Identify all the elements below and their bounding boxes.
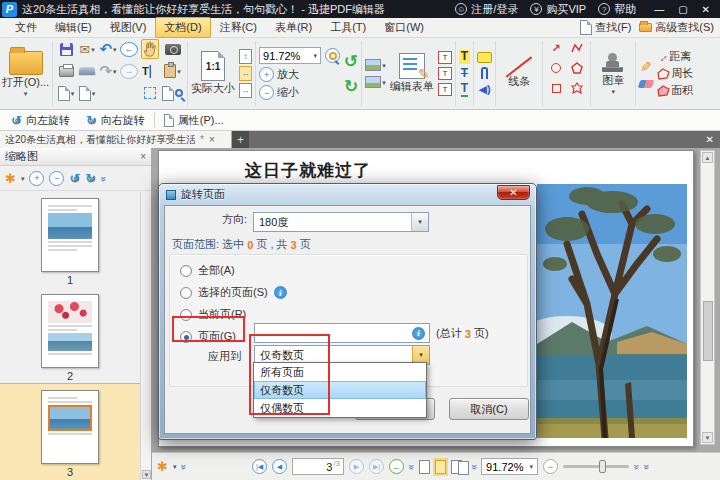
sidebar-close-icon[interactable]: × xyxy=(140,151,146,162)
sound-speaker-button[interactable]: ◀) xyxy=(479,83,491,96)
save-button[interactable] xyxy=(57,43,75,56)
dropdown-option-odd-pages[interactable]: 仅奇数页 xyxy=(254,381,426,399)
advanced-find-button[interactable]: 高级查找(S) xyxy=(639,20,714,35)
menu-tools[interactable]: 工具(T) xyxy=(321,17,375,38)
measure-area-button[interactable]: 面积 xyxy=(657,83,693,98)
menu-document[interactable]: 文档(D) xyxy=(155,17,210,38)
maximize-button[interactable]: ▢ xyxy=(678,4,687,15)
page-back-button[interactable]: ← xyxy=(120,42,138,57)
attachment-paperclip-button[interactable] xyxy=(481,67,488,79)
rotate-left-button[interactable]: ↺90 向左旋转 xyxy=(4,112,77,129)
thumbnail-page-2[interactable]: 2 xyxy=(0,288,140,384)
rotate-view-left-button[interactable]: ↺ xyxy=(344,51,358,72)
zoom-slider[interactable] xyxy=(563,465,629,468)
cancel-button[interactable]: 取消(C) xyxy=(449,398,529,420)
pages-input[interactable]: i xyxy=(254,323,430,343)
undo-button[interactable]: ↶▾ xyxy=(99,40,117,58)
scan-button[interactable] xyxy=(78,67,96,75)
dialog-title-bar[interactable]: 旋转页面 xyxy=(159,184,536,205)
close-button[interactable]: ✕ xyxy=(702,4,710,15)
thumbnail-rotate-left-icon[interactable]: ↺90 xyxy=(69,172,80,185)
dialog-close-button[interactable]: ✕ xyxy=(497,185,530,200)
single-page-button[interactable] xyxy=(419,460,430,474)
pencil-tool-button[interactable]: ✎ xyxy=(640,59,652,75)
marquee-zoom-button[interactable] xyxy=(325,48,340,63)
thumbnail-zoom-out-button[interactable]: − xyxy=(49,171,64,186)
direction-dropdown-arrow-icon[interactable]: ▾ xyxy=(411,213,428,231)
dropdown-option-even-pages[interactable]: 仅偶数页 xyxy=(254,399,426,417)
thumbnail-zoom-in-button[interactable]: + xyxy=(29,171,44,186)
direction-combobox[interactable]: 180度 ▾ xyxy=(253,212,429,232)
status-more-chevron-icon[interactable]: » xyxy=(178,464,189,469)
dropdown-option-all-pages[interactable]: 所有页面 xyxy=(254,363,426,381)
find-button[interactable]: 查找(F) xyxy=(580,20,631,35)
last-page-button[interactable]: ▶| xyxy=(369,459,384,474)
new-tab-button[interactable]: + xyxy=(232,131,249,148)
thumbnail-page-3[interactable]: 3 xyxy=(0,384,140,480)
radio-selected-icon[interactable] xyxy=(180,287,192,299)
redo-button[interactable]: ↷▾ xyxy=(99,62,117,80)
select-text-button[interactable]: T▏ xyxy=(141,65,159,78)
minimize-button[interactable]: — xyxy=(654,4,664,15)
strikethrough-text-button[interactable]: T xyxy=(461,66,468,80)
sidebar-more-chevron-icon[interactable]: » xyxy=(98,176,109,181)
menu-form[interactable]: 表单(R) xyxy=(266,17,321,38)
menu-view[interactable]: 视图(V) xyxy=(101,17,156,38)
zoom-in-button[interactable]: + 放大 xyxy=(259,67,299,82)
document-scrollbar[interactable]: ▲ ▼ xyxy=(700,150,715,445)
comment-balloon-button[interactable] xyxy=(477,52,492,63)
scroll-down-icon[interactable]: ▼ xyxy=(702,432,713,443)
radio-current-icon[interactable] xyxy=(180,309,192,321)
text-field-button[interactable]: T xyxy=(438,51,452,64)
document-tab[interactable]: 这20条生活真相，看懂能让你好好享受生活，句句.. * × xyxy=(0,131,232,148)
underline-text-button[interactable]: T xyxy=(461,82,468,97)
help-button[interactable]: ? 帮助 xyxy=(598,2,636,17)
polyline-shape-button[interactable] xyxy=(568,42,586,54)
add-image-button[interactable]: ▾ xyxy=(365,76,386,88)
text-box-button[interactable]: T xyxy=(438,67,452,80)
pentagon-shape-button[interactable] xyxy=(568,62,586,74)
buy-vip-button[interactable]: ¥ 购买VIP xyxy=(530,2,586,17)
rotate-right-button[interactable]: ↻90 向右旋转 xyxy=(79,112,152,129)
status-zoom-combobox[interactable]: 91.72% ▾ xyxy=(481,458,538,475)
page-forward-button[interactable]: → xyxy=(120,64,138,79)
stamp-tool-button[interactable]: 图章 ▾ xyxy=(592,38,634,109)
fit-width-button[interactable]: ↔ xyxy=(239,66,252,81)
edit-image-button[interactable]: ▾ xyxy=(365,59,386,71)
select-object-button[interactable] xyxy=(141,87,159,99)
measure-distance-button[interactable]: ↔距离 xyxy=(657,49,691,64)
radio-all-icon[interactable] xyxy=(180,265,192,277)
first-page-button[interactable]: |◀ xyxy=(252,459,267,474)
print-button[interactable] xyxy=(57,66,75,77)
tabbar-close-icon[interactable]: ✕ xyxy=(700,131,720,148)
radio-pages-icon[interactable] xyxy=(180,331,192,343)
clipboard-button[interactable]: ▾ xyxy=(164,64,182,78)
menu-edit[interactable]: 编辑(E) xyxy=(46,17,101,38)
radio-pages[interactable]: 页面(G) xyxy=(180,329,236,344)
zoom-out-button[interactable]: − 缩小 xyxy=(259,85,299,100)
two-page-button[interactable] xyxy=(451,460,467,473)
tab-close-icon[interactable]: × xyxy=(209,134,215,145)
fit-visible-button[interactable]: ↔ xyxy=(239,83,252,98)
fit-page-button[interactable]: ↕ xyxy=(239,49,252,64)
line-tool-button[interactable]: 线条 xyxy=(497,38,541,109)
previous-page-button[interactable]: ◀ xyxy=(272,459,287,474)
new-page-button[interactable]: ▾ xyxy=(78,86,96,101)
email-button[interactable]: ✉▾ xyxy=(78,42,96,57)
rectangle-shape-button[interactable] xyxy=(547,84,565,93)
menu-comment[interactable]: 注释(C) xyxy=(211,17,266,38)
menu-window[interactable]: 窗口(W) xyxy=(375,17,433,38)
radio-all-pages[interactable]: 全部(A) xyxy=(180,263,235,278)
thumbnail-page-1[interactable]: 1 xyxy=(0,192,140,288)
snapshot-button[interactable] xyxy=(164,44,182,55)
typewriter-button[interactable]: T xyxy=(438,83,452,96)
edit-form-button[interactable]: 编辑表单 xyxy=(388,38,436,109)
zoom-slider-knob[interactable] xyxy=(599,460,606,473)
radio-current-page[interactable]: 当前页(R) xyxy=(180,307,246,322)
menu-file[interactable]: 文件 xyxy=(6,17,46,38)
arrow-shape-button[interactable]: ↗ xyxy=(547,42,565,55)
sidebar-scrollbar[interactable]: ▼ xyxy=(140,192,151,480)
open-button[interactable]: 打开(O)... ▾ xyxy=(0,38,51,109)
next-page-button[interactable]: ▶ xyxy=(349,459,364,474)
doc-search-button[interactable] xyxy=(162,86,183,101)
